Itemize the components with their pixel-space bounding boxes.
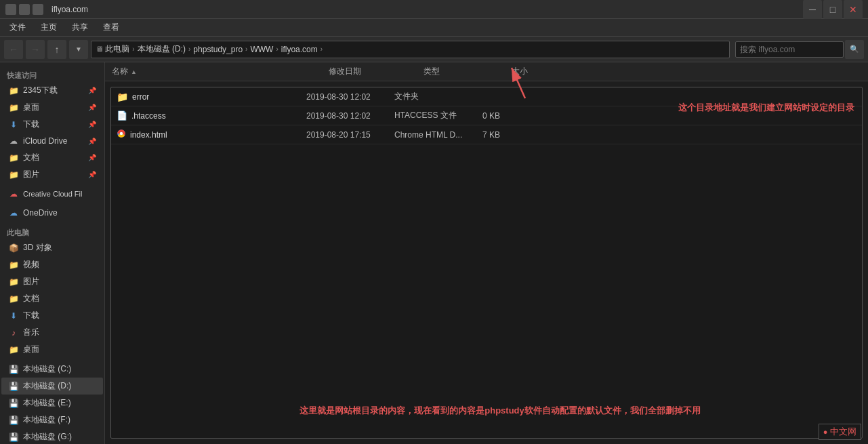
sidebar-item-diskD[interactable]: 💾 本地磁盘 (D:)	[1, 378, 103, 395]
breadcrumb-arrow-4: ›	[276, 45, 278, 53]
main-container: 快速访问 📁 2345下载 📌 📁 桌面 📌 ⬇ 下载 📌 ☁ iCloud D…	[0, 62, 868, 444]
sidebar-item-dl[interactable]: ⬇ 下载	[1, 307, 103, 324]
breadcrumb-disk: 本地磁盘 (D:)	[138, 43, 186, 55]
file-row[interactable]: 📁 error 2019-08-30 12:02 文件夹	[111, 87, 862, 106]
sidebar-label-2345: 2345下载	[23, 85, 58, 96]
minimize-button[interactable]: ─	[803, 0, 822, 19]
sidebar-item-video[interactable]: 📁 视频	[1, 256, 103, 273]
dl-icon: ⬇	[8, 310, 19, 321]
sidebar-item-documents[interactable]: 📁 文档	[1, 290, 103, 307]
menu-bar: 文件 主页 共享 查看	[0, 19, 868, 37]
diskE-icon: 💾	[8, 398, 19, 409]
file-date-index: 2019-08-20 17:15	[306, 130, 394, 140]
sidebar-item-3d[interactable]: 📦 3D 对象	[1, 239, 103, 256]
breadcrumb-site: iflyoa.com	[281, 45, 318, 54]
file-date-htaccess: 2019-08-30 12:02	[306, 111, 394, 121]
sidebar-label-desktop: 桌面	[23, 102, 39, 113]
video-icon: 📁	[8, 260, 19, 270]
maximize-button[interactable]: □	[823, 0, 842, 19]
breadcrumb-arrow-2: ›	[188, 45, 190, 53]
sidebar-label-diskG: 本地磁盘 (G:)	[23, 431, 72, 443]
sidebar-label-docs: 文档	[23, 152, 39, 163]
sidebar-item-diskC[interactable]: 💾 本地磁盘 (C:)	[1, 361, 103, 378]
sidebar-item-creative[interactable]: ☁ Creative Cloud Fil	[1, 186, 103, 202]
sidebar-section-pc: 此电脑	[0, 224, 104, 239]
window-icon	[5, 4, 16, 15]
svg-point-1	[120, 132, 123, 136]
sidebar-label-desktop2: 桌面	[23, 344, 39, 355]
sidebar-section-quick: 快速访问	[0, 66, 104, 82]
menu-home[interactable]: 主页	[34, 20, 64, 35]
download-icon: ⬇	[8, 119, 19, 130]
file-list: 📁 error 2019-08-30 12:02 文件夹 📄 .htaccess…	[110, 87, 863, 439]
sidebar-label-3d: 3D 对象	[23, 242, 52, 254]
folder-icon-error: 📁	[117, 92, 128, 102]
search-button[interactable]: 🔍	[845, 40, 864, 59]
sidebar-label-documents: 文档	[23, 293, 39, 304]
file-type-htaccess: HTACCESS 文件	[394, 110, 482, 121]
diskD-icon: 💾	[8, 381, 19, 392]
diskC-icon: 💾	[8, 364, 19, 375]
file-row[interactable]: index.html 2019-08-20 17:15 Chrome HTML …	[111, 125, 862, 144]
address-bar[interactable]: 🖥 此电脑 › 本地磁盘 (D:) › phpstudy_pro › WWW ›…	[91, 41, 730, 58]
col-header-name: 名称 ▲	[112, 66, 329, 77]
sidebar-label-creative: Creative Cloud Fil	[23, 190, 82, 198]
sidebar-item-onedrive[interactable]: ☁ OneDrive	[1, 205, 103, 221]
sidebar-label-images: 图片	[23, 276, 39, 287]
sidebar-item-music[interactable]: ♪ 音乐	[1, 324, 103, 341]
desktop-icon: 📁	[8, 344, 19, 355]
sidebar-item-diskF[interactable]: 💾 本地磁盘 (F:)	[1, 411, 103, 428]
col-header-type: 类型	[423, 66, 512, 77]
file-date-error: 2019-08-30 12:02	[306, 92, 394, 102]
breadcrumb-pc: 🖥 此电脑	[96, 43, 129, 55]
forward-button[interactable]: →	[26, 40, 45, 59]
title-bar-icons	[5, 4, 43, 15]
breadcrumb-arrow-1: ›	[132, 45, 134, 53]
sidebar-label-diskD: 本地磁盘 (D:)	[23, 380, 71, 392]
sidebar-label-icloud: iCloud Drive	[23, 136, 67, 146]
sidebar-label-video: 视频	[23, 259, 39, 270]
pin-icon-5: 📌	[88, 154, 96, 161]
title-bar: iflyoa.com ─ □ ✕	[0, 0, 868, 19]
recent-button[interactable]: ▼	[69, 40, 88, 59]
folder-icon: 📁	[8, 85, 19, 96]
breadcrumb-www: WWW	[250, 45, 273, 54]
images-icon: 📁	[8, 277, 19, 287]
menu-file[interactable]: 文件	[3, 20, 33, 35]
music-icon: ♪	[8, 327, 19, 338]
sidebar-item-diskG[interactable]: 💾 本地磁盘 (G:)	[1, 428, 103, 444]
diskF-icon: 💾	[8, 415, 19, 426]
sidebar-label-dl: 下载	[23, 310, 39, 321]
watermark: ● 中文网	[819, 424, 861, 440]
pin-icon-4: 📌	[88, 138, 96, 145]
sidebar-item-images[interactable]: 📁 图片	[1, 273, 103, 290]
sidebar: 快速访问 📁 2345下载 📌 📁 桌面 📌 ⬇ 下载 📌 ☁ iCloud D…	[0, 62, 105, 444]
sidebar-item-icloud[interactable]: ☁ iCloud Drive 📌	[1, 133, 103, 149]
up-button[interactable]: ↑	[47, 40, 66, 59]
sidebar-item-diskE[interactable]: 💾 本地磁盘 (E:)	[1, 395, 103, 411]
sort-arrow: ▲	[131, 68, 137, 75]
file-name-htaccess: .htaccess	[131, 111, 166, 121]
toolbar: ← → ↑ ▼ 🖥 此电脑 › 本地磁盘 (D:) › phpstudy_pro…	[0, 37, 868, 62]
pin-icon-2: 📌	[88, 104, 96, 111]
search-input[interactable]	[735, 41, 844, 58]
menu-share[interactable]: 共享	[65, 20, 95, 35]
breadcrumb-arrow-5: ›	[321, 45, 323, 53]
sidebar-label-onedrive: OneDrive	[23, 208, 58, 218]
sidebar-label-music: 音乐	[23, 327, 39, 338]
sidebar-item-docs[interactable]: 📁 文档 📌	[1, 149, 103, 166]
sidebar-item-pics[interactable]: 📁 图片 📌	[1, 166, 103, 183]
back-button[interactable]: ←	[4, 40, 23, 59]
file-row[interactable]: 📄 .htaccess 2019-08-30 12:02 HTACCESS 文件…	[111, 106, 862, 125]
menu-view[interactable]: 查看	[96, 20, 126, 35]
col-header-size: 大小	[512, 66, 566, 77]
sidebar-item-2345[interactable]: 📁 2345下载 📌	[1, 82, 103, 99]
file-name-error: error	[132, 92, 149, 102]
file-type-index: Chrome HTML D...	[394, 130, 482, 140]
close-button[interactable]: ✕	[844, 0, 863, 19]
sidebar-item-downloads[interactable]: ⬇ 下载 📌	[1, 116, 103, 133]
file-header: 名称 ▲ 修改日期 类型 大小	[105, 62, 868, 81]
folder-icon-2: 📁	[8, 102, 19, 113]
sidebar-item-desktop2[interactable]: 📁 桌面	[1, 341, 103, 358]
sidebar-item-desktop[interactable]: 📁 桌面 📌	[1, 99, 103, 116]
